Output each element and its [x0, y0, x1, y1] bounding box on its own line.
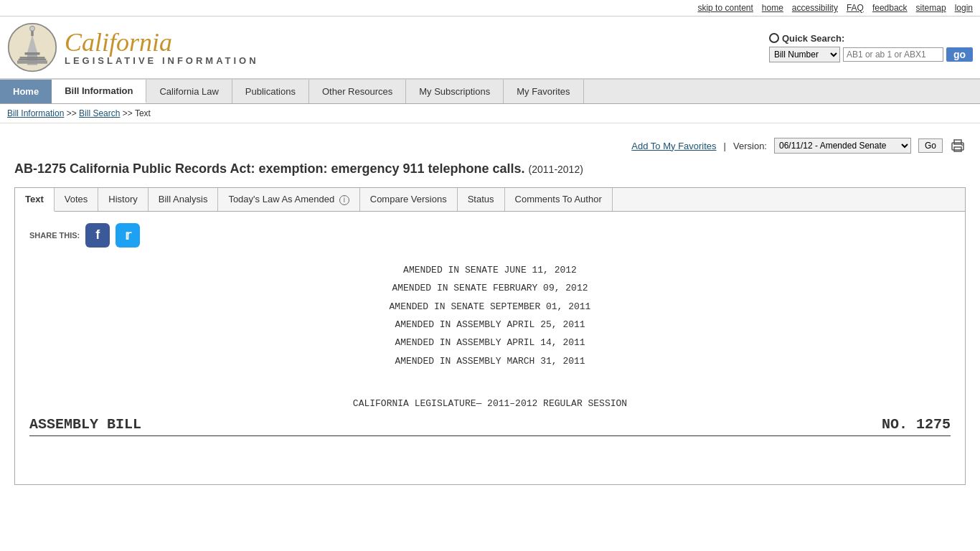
main-nav: Home Bill Information California Law Pub…: [0, 80, 980, 104]
todays-law-info-icon[interactable]: i: [339, 195, 349, 205]
tab-comments-to-author[interactable]: Comments To Author: [505, 188, 613, 211]
add-to-favorites-link[interactable]: Add To My Favorites: [631, 141, 716, 151]
quick-search-controls: Bill Number Statute Code Section Keyword…: [769, 47, 973, 62]
assembly-bill-header: ASSEMBLY BILL NO. 1275: [29, 416, 951, 436]
home-link[interactable]: home: [762, 3, 783, 13]
print-icon[interactable]: [950, 138, 966, 153]
go-version-button[interactable]: Go: [918, 138, 943, 153]
svg-rect-6: [20, 57, 45, 59]
tab-content: SHARE THIS: f 𝕣 AMENDED IN SENATE JUNE 1…: [15, 212, 965, 484]
go-search-button[interactable]: go: [946, 47, 973, 62]
share-bar: SHARE THIS: f 𝕣: [29, 223, 951, 248]
twitter-share-button[interactable]: 𝕣: [116, 223, 140, 248]
login-link[interactable]: login: [955, 3, 973, 13]
svg-point-12: [961, 144, 963, 146]
svg-rect-11: [954, 140, 961, 144]
quick-search-area: Quick Search: Bill Number Statute Code S…: [769, 33, 973, 62]
svg-rect-8: [17, 60, 47, 63]
amendment-line-5: AMENDED IN ASSEMBLY APRIL 14, 2011: [29, 334, 951, 351]
bill-session: (2011-2012): [529, 164, 583, 175]
tab-bill-analysis[interactable]: Bill Analysis: [149, 188, 219, 211]
svg-point-5: [30, 26, 35, 31]
assembly-bill-number: NO. 1275: [882, 416, 951, 433]
bill-text-body: AMENDED IN SENATE JUNE 11, 2012 AMENDED …: [29, 262, 951, 369]
svg-rect-10: [954, 147, 961, 151]
logo-area: California LEGISLATIVE INFORMATION: [7, 22, 259, 72]
amendment-line-2: AMENDED IN SENATE FEBRUARY 09, 2012: [29, 280, 951, 296]
breadcrumb-bill-search[interactable]: Bill Search: [79, 108, 120, 118]
version-select[interactable]: 06/11/12 - Amended Senate 02/09/12 - Ame…: [774, 138, 911, 154]
accessibility-link[interactable]: accessibility: [792, 3, 838, 13]
nav-publications[interactable]: Publications: [232, 80, 309, 103]
tab-status[interactable]: Status: [458, 188, 505, 211]
actions-row: Add To My Favorites | Version: 06/11/12 …: [14, 138, 966, 154]
header: California LEGISLATIVE INFORMATION Quick…: [0, 17, 980, 80]
top-bar: skip to content home accessibility FAQ f…: [0, 0, 980, 17]
logo-legislative: LEGISLATIVE INFORMATION: [65, 55, 259, 66]
feedback-link[interactable]: feedback: [872, 3, 908, 13]
share-label: SHARE THIS:: [29, 231, 80, 240]
breadcrumb-text: Text: [135, 108, 151, 118]
tab-todays-law[interactable]: Today's Law As Amended i: [218, 188, 359, 211]
sitemap-link[interactable]: sitemap: [916, 3, 946, 13]
faq-link[interactable]: FAQ: [847, 3, 864, 13]
skip-to-content[interactable]: skip to content: [697, 3, 753, 13]
breadcrumb-bill-information[interactable]: Bill Information: [7, 108, 64, 118]
search-icon: [769, 33, 779, 43]
nav-california-law[interactable]: California Law: [146, 80, 232, 103]
version-label: Version:: [733, 141, 767, 151]
search-type-select[interactable]: Bill Number Statute Code Section Keyword: [769, 47, 840, 62]
tab-votes[interactable]: Votes: [55, 188, 99, 211]
assembly-bill-type: ASSEMBLY BILL: [29, 416, 141, 433]
content: Add To My Favorites | Version: 06/11/12 …: [0, 123, 980, 492]
capitol-seal-icon: [7, 22, 57, 72]
quick-search-label: Quick Search:: [769, 33, 844, 44]
logo-california: California: [65, 29, 259, 55]
svg-rect-7: [19, 59, 47, 61]
facebook-share-button[interactable]: f: [85, 223, 110, 248]
nav-bill-information[interactable]: Bill Information: [52, 80, 146, 103]
svg-rect-2: [25, 52, 40, 55]
bill-session-line: CALIFORNIA LEGISLATURE— 2011–2012 REGULA…: [29, 398, 951, 409]
amendment-line-4: AMENDED IN ASSEMBLY APRIL 25, 2011: [29, 316, 951, 333]
tabs-container: Text Votes History Bill Analysis Today's…: [14, 187, 966, 485]
nav-my-subscriptions[interactable]: My Subscriptions: [406, 80, 504, 103]
nav-other-resources[interactable]: Other Resources: [309, 80, 406, 103]
nav-home[interactable]: Home: [0, 80, 52, 103]
search-input[interactable]: [843, 47, 943, 62]
logo-text: California LEGISLATIVE INFORMATION: [65, 29, 259, 66]
tab-text[interactable]: Text: [15, 188, 55, 212]
bill-title: AB-1275 California Public Records Act: e…: [14, 161, 966, 177]
breadcrumb: Bill Information >> Bill Search >> Text: [0, 104, 980, 123]
amendment-line-6: AMENDED IN ASSEMBLY MARCH 31, 2011: [29, 353, 951, 369]
tab-history[interactable]: History: [98, 188, 148, 211]
tabs-header: Text Votes History Bill Analysis Today's…: [15, 188, 965, 212]
amendment-line-3: AMENDED IN SENATE SEPTEMBER 01, 2011: [29, 298, 951, 315]
nav-my-favorites[interactable]: My Favorites: [504, 80, 583, 103]
amendment-line-1: AMENDED IN SENATE JUNE 11, 2012: [29, 262, 951, 278]
tab-compare-versions[interactable]: Compare Versions: [360, 188, 458, 211]
